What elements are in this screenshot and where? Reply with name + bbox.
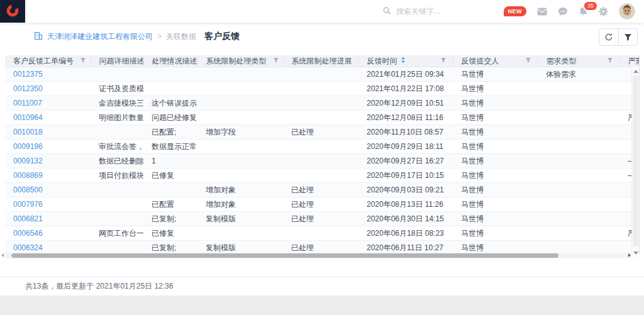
column-header-demand-type[interactable]: 需求类型: [538, 55, 619, 67]
feedback-id-link[interactable]: 0007976: [5, 197, 91, 212]
feedback-id-link[interactable]: 0006821: [5, 212, 91, 226]
table-row[interactable]: 0009196 审批流会签，... 数据显示正常... 2020年09月29日 …: [5, 140, 640, 154]
feedback-table-body: 0012375 2021年01月25日 09:34 马世博 体验需求 00123…: [5, 67, 640, 255]
demand-type-cell: [538, 82, 619, 96]
feedback-id-link[interactable]: 0010964: [5, 111, 91, 125]
refresh-button[interactable]: [599, 29, 618, 45]
mail-icon[interactable]: [537, 8, 547, 16]
problem-desc-cell: 明细图片数量...: [91, 111, 143, 125]
feedback-time-cell: 2020年09月17日 10:15: [358, 169, 453, 183]
feedback-id-link[interactable]: 0008869: [5, 169, 91, 183]
table-row[interactable]: 0009132 数据已经删除... 1 2020年09月27日 16:27 马世…: [5, 154, 640, 169]
limit-type-cell: [197, 140, 283, 154]
scroll-down-arrow[interactable]: [633, 251, 638, 255]
submitter-cell: 马世博: [453, 82, 538, 96]
column-header-problem-desc[interactable]: 问题详细描述: [91, 55, 143, 67]
limit-progress-cell: [283, 226, 358, 241]
demand-type-cell: 体验需求: [538, 67, 619, 82]
limit-type-cell: 增加对象: [197, 197, 283, 212]
table-row[interactable]: 0010964 明细图片数量... 问题已经修复... 2020年12月08日 …: [5, 111, 640, 125]
limit-type-cell: [197, 226, 283, 241]
table-row[interactable]: 0007976 已配置 增加对象 已处理 2020年08月13日 11:26 马…: [5, 197, 640, 212]
limit-type-cell: 增加字段: [197, 125, 283, 140]
table-row[interactable]: 0008869 项目付款模块... 已修复 2020年09月17日 10:15 …: [5, 169, 640, 183]
scroll-left-arrow[interactable]: [1, 253, 4, 257]
table-row[interactable]: 0006821 已复制; 复制模版 已处理 2020年06月30日 14:15 …: [5, 212, 640, 226]
problem-desc-cell: [91, 212, 143, 226]
chat-icon[interactable]: [558, 7, 568, 16]
filter-icon[interactable]: [440, 57, 447, 65]
limit-progress-cell: [283, 154, 358, 169]
app-logo[interactable]: [0, 0, 25, 23]
submitter-cell: 马世博: [453, 125, 538, 140]
filter-icon[interactable]: [525, 57, 531, 65]
new-feature-badge[interactable]: NEW: [504, 6, 527, 16]
problem-desc-cell: [91, 183, 143, 197]
limit-type-cell: [197, 67, 283, 82]
limit-type-cell: [197, 111, 283, 125]
breadcrumb-separator: >: [157, 32, 162, 41]
user-avatar[interactable]: [619, 3, 635, 19]
limit-progress-cell: [283, 111, 358, 125]
limit-type-cell: 复制模版: [197, 212, 283, 226]
column-header-submitter[interactable]: 反馈提交人: [453, 55, 538, 67]
feedback-id-link[interactable]: 0010018: [5, 125, 91, 140]
filter-button[interactable]: [618, 29, 637, 45]
logo-c-icon: [6, 4, 19, 19]
feedback-id-link[interactable]: 0012375: [5, 67, 91, 82]
feedback-id-link[interactable]: 0009196: [5, 140, 91, 154]
table-row[interactable]: 0010018 已配置; 增加字段 已处理 2020年11月10日 08:57 …: [5, 125, 640, 140]
limit-progress-cell: [283, 169, 358, 183]
submitter-cell: 马世博: [453, 212, 538, 226]
limit-progress-cell: [283, 67, 358, 82]
column-header-feedback-time[interactable]: 反馈时间: [358, 55, 453, 67]
footer-background: [0, 296, 644, 315]
filter-icon[interactable]: [80, 57, 86, 65]
search-input[interactable]: [396, 7, 503, 16]
demand-type-cell: [538, 125, 619, 140]
limit-progress-cell: [283, 82, 358, 96]
feedback-id-link[interactable]: 0008500: [5, 183, 91, 197]
vertical-scroll-thumb[interactable]: [633, 75, 638, 246]
column-header-handle-desc[interactable]: 处理情况描述: [143, 55, 197, 67]
scroll-right-arrow[interactable]: [628, 253, 631, 257]
filter-icon[interactable]: [607, 57, 613, 65]
horizontal-scroll-thumb[interactable]: [11, 253, 558, 258]
table-row[interactable]: 0008500 增加对象 已处理 2020年09月03日 09:21 马世博: [5, 183, 640, 197]
breadcrumb: 天津润泽建业建筑工程有限公司 > 关联数据 客户反馈: [34, 23, 240, 50]
column-header-limit-progress[interactable]: 系统限制处理进展: [283, 55, 358, 67]
table-row[interactable]: 0011007 金吉捷模块三... 这个错误提示... 2020年12月09日 …: [5, 96, 640, 111]
table-toolbar: [599, 28, 638, 46]
horizontal-scrollbar[interactable]: [5, 253, 632, 258]
filter-icon[interactable]: [273, 57, 279, 65]
limit-type-cell: [197, 96, 283, 111]
table-row[interactable]: 0006546 网页工作台一... 已修复 2020年06月18日 08:23 …: [5, 226, 640, 241]
gear-icon[interactable]: [599, 7, 608, 16]
feedback-id-link[interactable]: 0006546: [5, 226, 91, 241]
handle-desc-cell: 数据显示正常...: [143, 140, 197, 154]
handle-desc-cell: 已修复: [143, 226, 197, 241]
feedback-id-link[interactable]: 0012350: [5, 82, 91, 96]
breadcrumb-company-link[interactable]: 天津润泽建业建筑工程有限公司: [47, 31, 153, 42]
limit-type-cell: [197, 169, 283, 183]
table-row[interactable]: 0012375 2021年01月25日 09:34 马世博 体验需求: [5, 67, 640, 82]
feedback-table: 客户反馈工单编号 问题详细描述 处理情况描述 系统限制处理类型 系统限制: [5, 55, 640, 255]
submitter-cell: 马世博: [453, 96, 538, 111]
top-navigation-bar: NEW 35: [0, 0, 644, 23]
feedback-id-link[interactable]: 0009132: [5, 154, 91, 169]
column-header-severity[interactable]: 严重: [619, 55, 640, 67]
table-row[interactable]: 0012350 证书及资质模... 2021年01月22日 17:08 马世博: [5, 82, 640, 96]
limit-progress-cell: 已处理: [283, 197, 358, 212]
notifications-bell-icon[interactable]: 35: [579, 6, 588, 16]
scroll-up-arrow[interactable]: [633, 70, 638, 73]
vertical-scrollbar[interactable]: [631, 67, 639, 258]
building-icon: [34, 31, 43, 42]
page-title: 客户反馈: [204, 31, 240, 42]
problem-desc-cell: [91, 125, 143, 140]
column-header-limit-type[interactable]: 系统限制处理类型: [197, 55, 283, 67]
search-icon[interactable]: [382, 6, 391, 17]
column-header-feedback-id[interactable]: 客户反馈工单编号: [5, 55, 91, 67]
demand-type-cell: [538, 226, 619, 241]
feedback-id-link[interactable]: 0011007: [5, 96, 91, 111]
sort-icon[interactable]: [401, 57, 406, 65]
